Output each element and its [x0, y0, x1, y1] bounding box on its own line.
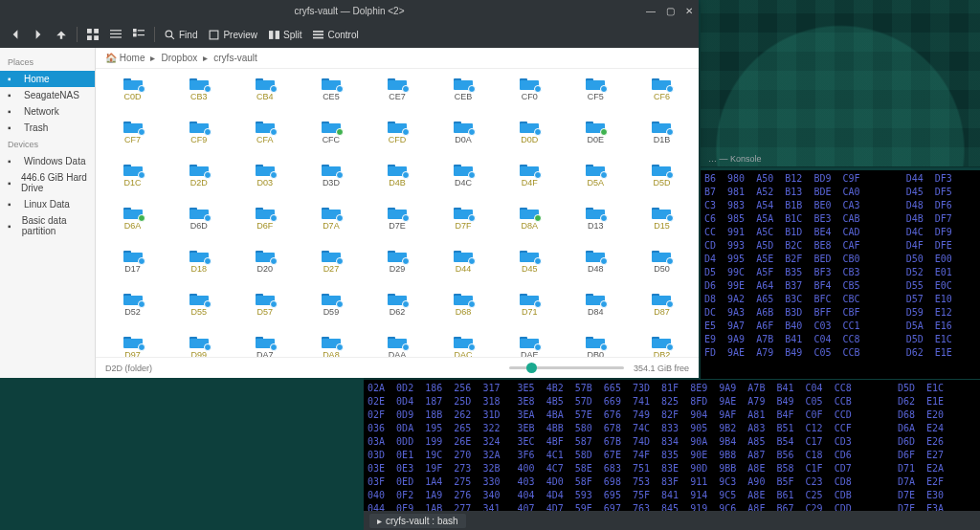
- folder-D1B[interactable]: D1B: [629, 120, 695, 163]
- folder-D27[interactable]: D27: [298, 249, 364, 292]
- folder-D50[interactable]: D50: [629, 249, 695, 292]
- folder-D7F[interactable]: D7F: [431, 206, 497, 249]
- folder-CB3[interactable]: CB3: [166, 77, 232, 120]
- sidebar-item-linux-data[interactable]: ▪Linux Data: [0, 196, 95, 212]
- min-button[interactable]: —: [645, 6, 657, 16]
- folder-D59[interactable]: D59: [298, 292, 364, 335]
- folder-D0E[interactable]: D0E: [563, 120, 629, 163]
- compact-view-button[interactable]: [106, 25, 125, 44]
- folder-label: D6A: [124, 222, 142, 231]
- folder-D45[interactable]: D45: [497, 249, 563, 292]
- sidebar-item-seagatenas[interactable]: ▪SeagateNAS: [0, 87, 95, 103]
- zoom-slider[interactable]: [152, 366, 634, 369]
- icons-view-button[interactable]: [83, 25, 102, 44]
- folder-D6F[interactable]: D6F: [232, 206, 298, 249]
- preview-button[interactable]: Preview: [205, 30, 261, 40]
- folder-D68[interactable]: D68: [431, 292, 497, 335]
- folder-D4B[interactable]: D4B: [364, 163, 430, 206]
- find-button[interactable]: Find: [161, 30, 201, 40]
- folder-D4F[interactable]: D4F: [497, 163, 563, 206]
- folder-D44[interactable]: D44: [431, 249, 497, 292]
- folder-DAA[interactable]: DAA: [364, 335, 430, 357]
- folder-label: CF6: [654, 93, 670, 101]
- folder-D62[interactable]: D62: [364, 292, 430, 335]
- folder-D6A[interactable]: D6A: [100, 206, 166, 249]
- folder-icon: [652, 77, 671, 90]
- folder-D7E[interactable]: D7E: [364, 206, 430, 249]
- breadcrumb-dropbox[interactable]: Dropbox: [161, 53, 197, 63]
- folder-DA8[interactable]: DA8: [298, 335, 364, 357]
- up-button[interactable]: [52, 25, 71, 44]
- sidebar-item-446-6-gib-hard-drive[interactable]: ▪446.6 GiB Hard Drive: [0, 169, 95, 196]
- folder-D84[interactable]: D84: [563, 292, 629, 335]
- sidebar-item-windows-data[interactable]: ▪Windows Data: [0, 153, 95, 169]
- folder-D0A[interactable]: D0A: [431, 120, 497, 163]
- folder-D18[interactable]: D18: [166, 249, 232, 292]
- folder-icon: ▪: [8, 221, 16, 232]
- sidebar-item-basic-data-partition[interactable]: ▪Basic data partition: [0, 212, 95, 239]
- sidebar-item-label: Network: [24, 106, 59, 117]
- folder-D03[interactable]: D03: [232, 163, 298, 206]
- folder-D57[interactable]: D57: [232, 292, 298, 335]
- folder-D13[interactable]: D13: [563, 206, 629, 249]
- folder-D7A[interactable]: D7A: [298, 206, 364, 249]
- close-button[interactable]: ✕: [683, 6, 695, 16]
- folder-CF9[interactable]: CF9: [166, 120, 232, 163]
- folder-CF5[interactable]: CF5: [563, 77, 629, 120]
- folder-CE7[interactable]: CE7: [364, 77, 430, 120]
- folder-CF0[interactable]: CF0: [497, 77, 563, 120]
- folder-D6D[interactable]: D6D: [166, 206, 232, 249]
- folder-CF7[interactable]: CF7: [100, 120, 166, 163]
- folder-C0D[interactable]: C0D: [100, 77, 166, 120]
- folder-CFC[interactable]: CFC: [298, 120, 364, 163]
- details-view-button[interactable]: [129, 25, 148, 44]
- terminal-bottom[interactable]: 02A 0D2 186 256 317 3E5 4B2 57B 665 73D …: [364, 380, 980, 511]
- folder-D3D[interactable]: D3D: [298, 163, 364, 206]
- folder-D5A[interactable]: D5A: [563, 163, 629, 206]
- back-button[interactable]: [6, 25, 25, 44]
- svg-rect-18: [313, 36, 323, 38]
- folder-label: D52: [124, 308, 141, 317]
- folder-DAC[interactable]: DAC: [431, 335, 497, 357]
- folder-D0D[interactable]: D0D: [497, 120, 563, 163]
- folder-D17[interactable]: D17: [100, 249, 166, 292]
- folder-CE5[interactable]: CE5: [298, 77, 364, 120]
- folder-DAE[interactable]: DAE: [497, 335, 563, 357]
- folder-D55[interactable]: D55: [166, 292, 232, 335]
- terminal-top[interactable]: B6 980 A50 B12 BD9 C9F D44 DF3 B7 981 A5…: [701, 170, 980, 379]
- forward-button[interactable]: [29, 25, 48, 44]
- folder-CFA[interactable]: CFA: [232, 120, 298, 163]
- control-button[interactable]: Control: [309, 30, 362, 40]
- folder-DA7[interactable]: DA7: [232, 335, 298, 357]
- folder-CEB[interactable]: CEB: [431, 77, 497, 120]
- folder-D52[interactable]: D52: [100, 292, 166, 335]
- sidebar-item-trash[interactable]: ▪Trash: [0, 120, 95, 136]
- folder-D48[interactable]: D48: [563, 249, 629, 292]
- folder-D71[interactable]: D71: [497, 292, 563, 335]
- folder-D2D[interactable]: D2D: [166, 163, 232, 206]
- task-cryfs-bash[interactable]: ▸ cryfs-vault : bash: [369, 514, 466, 528]
- folder-DB0[interactable]: DB0: [563, 335, 629, 357]
- syncing-badge-icon: [336, 300, 344, 308]
- folder-D5D[interactable]: D5D: [629, 163, 695, 206]
- folder-CFD[interactable]: CFD: [364, 120, 430, 163]
- breadcrumb-cryfs-vault[interactable]: cryfs-vault: [213, 53, 257, 63]
- max-button[interactable]: ▢: [664, 6, 676, 16]
- sidebar-item-network[interactable]: ▪Network: [0, 103, 95, 120]
- folder-D15[interactable]: D15: [629, 206, 695, 249]
- folder-D1C[interactable]: D1C: [100, 163, 166, 206]
- folder-D99[interactable]: D99: [166, 335, 232, 357]
- folder-CB4[interactable]: CB4: [232, 77, 298, 120]
- folder-CF6[interactable]: CF6: [629, 77, 695, 120]
- folder-D8A[interactable]: D8A: [497, 206, 563, 249]
- folder-D4C[interactable]: D4C: [431, 163, 497, 206]
- folder-D87[interactable]: D87: [629, 292, 695, 335]
- sidebar-item-home[interactable]: ▪Home: [0, 71, 95, 87]
- folder-DB2[interactable]: DB2: [629, 335, 695, 357]
- folder-D97[interactable]: D97: [100, 335, 166, 357]
- split-button[interactable]: Split: [265, 30, 305, 40]
- titlebar[interactable]: cryfs-vault — Dolphin <2> — ▢ ✕: [0, 0, 699, 21]
- folder-D29[interactable]: D29: [364, 249, 430, 292]
- breadcrumb-home[interactable]: 🏠 Home: [105, 53, 145, 63]
- folder-D20[interactable]: D20: [232, 249, 298, 292]
